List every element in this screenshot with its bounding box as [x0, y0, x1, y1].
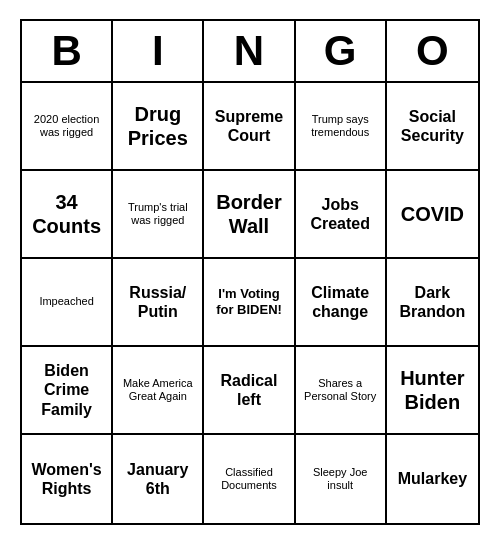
bingo-cell-5: 34 Counts: [22, 171, 113, 259]
bingo-cell-12: I'm Voting for BIDEN!: [204, 259, 295, 347]
bingo-cell-17: Radical left: [204, 347, 295, 435]
bingo-cell-9: COVID: [387, 171, 478, 259]
bingo-cell-6: Trump's trial was rigged: [113, 171, 204, 259]
bingo-grid: 2020 election was riggedDrug PricesSupre…: [22, 83, 478, 523]
bingo-cell-0: 2020 election was rigged: [22, 83, 113, 171]
header-letter-g: G: [296, 21, 387, 81]
bingo-cell-13: Climate change: [296, 259, 387, 347]
bingo-cell-1: Drug Prices: [113, 83, 204, 171]
bingo-card: BINGO 2020 election was riggedDrug Price…: [20, 19, 480, 525]
bingo-cell-24: Mularkey: [387, 435, 478, 523]
bingo-cell-23: Sleepy Joe insult: [296, 435, 387, 523]
bingo-cell-15: Biden Crime Family: [22, 347, 113, 435]
bingo-cell-8: Jobs Created: [296, 171, 387, 259]
header-letter-o: O: [387, 21, 478, 81]
bingo-cell-2: Supreme Court: [204, 83, 295, 171]
bingo-cell-7: Border Wall: [204, 171, 295, 259]
header-letter-b: B: [22, 21, 113, 81]
bingo-cell-22: Classified Documents: [204, 435, 295, 523]
bingo-cell-14: Dark Brandon: [387, 259, 478, 347]
bingo-header: BINGO: [22, 21, 478, 83]
bingo-cell-21: January 6th: [113, 435, 204, 523]
bingo-cell-18: Shares a Personal Story: [296, 347, 387, 435]
bingo-cell-10: Impeached: [22, 259, 113, 347]
header-letter-i: I: [113, 21, 204, 81]
bingo-cell-20: Women's Rights: [22, 435, 113, 523]
bingo-cell-4: Social Security: [387, 83, 478, 171]
bingo-cell-19: Hunter Biden: [387, 347, 478, 435]
header-letter-n: N: [204, 21, 295, 81]
bingo-cell-16: Make America Great Again: [113, 347, 204, 435]
bingo-cell-11: Russia/ Putin: [113, 259, 204, 347]
bingo-cell-3: Trump says tremendous: [296, 83, 387, 171]
